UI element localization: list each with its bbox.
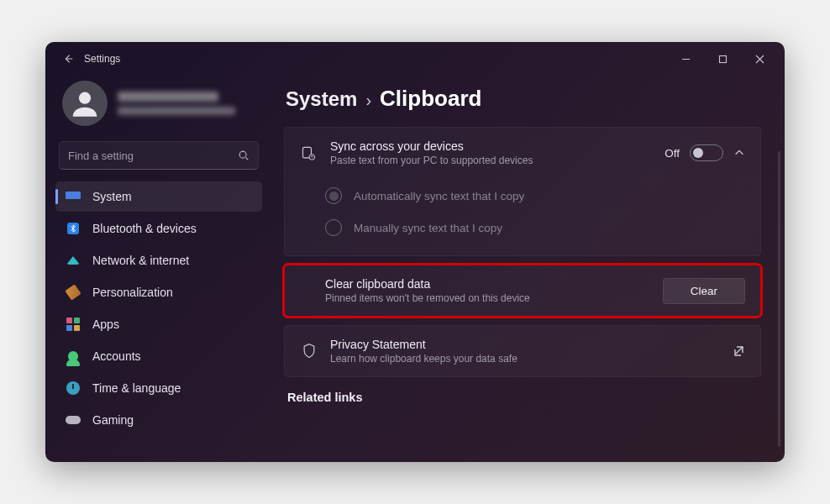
profile-block[interactable] xyxy=(54,76,264,138)
main-content: System › Clipboard Sync across your devi… xyxy=(272,76,785,462)
sync-toggle[interactable] xyxy=(690,144,723,161)
breadcrumb-parent[interactable]: System xyxy=(286,87,357,111)
gaming-icon xyxy=(66,412,81,428)
sync-option-auto[interactable]: Automatically sync text that I copy xyxy=(325,180,745,212)
radio-label: Manually sync text that I copy xyxy=(354,222,502,234)
window-controls xyxy=(667,45,778,72)
profile-text xyxy=(118,92,235,115)
search-box[interactable] xyxy=(59,141,259,170)
radio-icon[interactable] xyxy=(325,187,342,204)
accounts-icon xyxy=(66,349,81,364)
close-button[interactable] xyxy=(741,45,778,72)
nav-list: System Bluetooth & devices Network & int… xyxy=(54,181,264,435)
minimize-button[interactable] xyxy=(667,45,704,72)
system-icon xyxy=(66,189,81,204)
radio-icon[interactable] xyxy=(325,219,342,236)
maximize-button[interactable] xyxy=(704,45,741,72)
avatar xyxy=(62,81,108,126)
sidebar: System Bluetooth & devices Network & int… xyxy=(45,76,272,462)
sidebar-item-label: Accounts xyxy=(92,349,141,363)
time-icon xyxy=(66,381,81,396)
clear-button[interactable]: Clear xyxy=(663,278,745,304)
clear-title: Clear clipboard data xyxy=(325,277,651,291)
sidebar-item-gaming[interactable]: Gaming xyxy=(55,405,262,435)
related-links-heading: Related links xyxy=(287,391,761,404)
breadcrumb: System › Clipboard xyxy=(286,86,761,112)
sync-option-manual[interactable]: Manually sync text that I copy xyxy=(325,212,745,244)
breadcrumb-current: Clipboard xyxy=(380,86,481,112)
svg-rect-0 xyxy=(719,55,726,62)
sidebar-item-system[interactable]: System xyxy=(55,181,262,212)
chevron-up-icon[interactable] xyxy=(733,147,745,159)
sidebar-item-label: System xyxy=(92,190,132,203)
sidebar-item-network[interactable]: Network & internet xyxy=(55,245,262,276)
shield-icon xyxy=(300,342,318,360)
clear-clipboard-card: Clear clipboard data Pinned items won't … xyxy=(284,265,761,317)
svg-point-1 xyxy=(79,92,91,104)
app-title: Settings xyxy=(84,53,120,65)
sidebar-item-personalization[interactable]: Personalization xyxy=(55,277,262,307)
search-input[interactable] xyxy=(68,150,238,162)
breadcrumb-separator: › xyxy=(365,91,371,110)
sidebar-item-label: Bluetooth & devices xyxy=(92,222,197,235)
privacy-subtitle: Learn how clipboard keeps your data safe xyxy=(330,353,720,365)
sidebar-item-label: Time & language xyxy=(92,381,181,395)
network-icon xyxy=(66,253,81,268)
apps-icon xyxy=(66,317,81,332)
sidebar-item-label: Network & internet xyxy=(92,254,189,267)
svg-point-4 xyxy=(309,155,315,160)
sync-card: Sync across your devices Paste text from… xyxy=(284,127,761,256)
privacy-card[interactable]: Privacy Statement Learn how clipboard ke… xyxy=(284,325,761,377)
sync-header-row[interactable]: Sync across your devices Paste text from… xyxy=(285,128,760,178)
search-icon xyxy=(238,150,250,161)
privacy-title: Privacy Statement xyxy=(330,338,720,351)
sidebar-item-apps[interactable]: Apps xyxy=(55,309,262,339)
external-link-icon[interactable] xyxy=(732,344,745,358)
sidebar-item-label: Gaming xyxy=(92,413,134,427)
titlebar: Settings xyxy=(45,42,785,76)
sync-title: Sync across your devices xyxy=(330,139,653,153)
sync-toggle-state: Off xyxy=(665,147,680,160)
bluetooth-icon xyxy=(66,221,81,236)
sidebar-item-label: Personalization xyxy=(92,286,173,299)
clear-subtitle: Pinned items won't be removed on this de… xyxy=(325,292,651,304)
sync-options: Automatically sync text that I copy Manu… xyxy=(285,178,760,255)
sidebar-item-time-language[interactable]: Time & language xyxy=(55,373,262,403)
sync-icon xyxy=(300,144,318,162)
sidebar-item-bluetooth[interactable]: Bluetooth & devices xyxy=(55,213,262,244)
scrollbar[interactable] xyxy=(778,151,780,447)
radio-label: Automatically sync text that I copy xyxy=(354,190,524,202)
settings-window: Settings xyxy=(45,42,785,462)
sidebar-item-accounts[interactable]: Accounts xyxy=(55,341,262,371)
back-button[interactable] xyxy=(60,51,76,66)
sidebar-item-label: Apps xyxy=(92,318,119,331)
svg-point-2 xyxy=(239,151,246,158)
sync-subtitle: Paste text from your PC to supported dev… xyxy=(330,155,653,166)
personalization-icon xyxy=(66,285,81,300)
